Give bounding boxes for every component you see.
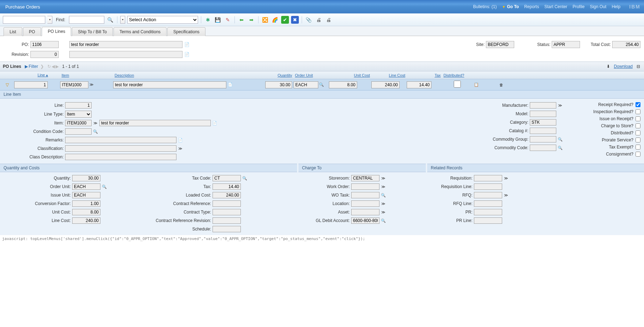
lookup-icon[interactable]: 🔍 xyxy=(102,184,107,189)
maximize-icon[interactable]: ⊟ xyxy=(636,64,641,69)
condition-code-field[interactable] xyxy=(65,128,92,135)
sign-out-link[interactable]: Sign Out xyxy=(590,4,607,9)
long-desc-icon[interactable]: 📄 xyxy=(228,82,233,87)
row-distributed-checkbox[interactable] xyxy=(442,81,472,88)
prev-page-icon[interactable]: ◀ xyxy=(52,64,55,69)
col-tax[interactable]: Tax xyxy=(407,73,442,77)
col-line[interactable]: Line ▴ xyxy=(14,73,50,77)
col-unit-cost[interactable]: Unit Cost xyxy=(329,73,371,77)
total-cost-field[interactable] xyxy=(612,41,640,48)
lookup-icon[interactable]: 🔍 xyxy=(558,145,563,150)
tab-terms[interactable]: Terms and Conditions xyxy=(114,27,167,36)
ct-gl-debit[interactable] xyxy=(351,217,379,224)
quick-search-input[interactable] xyxy=(3,16,45,24)
workflow-icon[interactable]: 🔀 xyxy=(261,16,269,24)
tab-ship-to[interactable]: Ship To / Bill To xyxy=(72,27,113,36)
row-item[interactable] xyxy=(60,81,88,88)
print2-icon[interactable]: 🖨 xyxy=(325,16,332,24)
download-link[interactable]: Download xyxy=(614,64,633,69)
qc-line-cost[interactable] xyxy=(72,217,100,224)
category-field[interactable] xyxy=(530,119,556,125)
reports-link[interactable]: Reports xyxy=(524,4,539,9)
manufacturer-field[interactable] xyxy=(530,102,556,109)
cancel-icon[interactable]: ✖ xyxy=(291,16,299,24)
charge-to-store-checkbox[interactable] xyxy=(636,123,640,128)
commodity-group-field[interactable] xyxy=(530,136,556,142)
qc-quantity[interactable] xyxy=(72,175,100,181)
sla-icon[interactable]: 🌈 xyxy=(271,16,279,24)
delete-row-icon[interactable]: 🗑 xyxy=(499,82,504,87)
col-order-unit[interactable]: Order Unit xyxy=(294,73,329,77)
row-expand-icon[interactable]: ▽ xyxy=(0,82,14,87)
quick-search-dropdown[interactable]: ▾ xyxy=(47,16,52,24)
ct-wo-task[interactable] xyxy=(351,192,379,198)
col-item[interactable]: Item xyxy=(60,73,113,77)
qc-contract-type[interactable] xyxy=(213,209,241,215)
table-row[interactable]: ▽ ≫ 📄 🔍 📋 🗑 xyxy=(0,79,644,90)
ct-work-order[interactable] xyxy=(351,183,379,190)
long-desc-icon[interactable]: 📄 xyxy=(212,121,217,125)
ct-asset[interactable] xyxy=(351,209,379,215)
action-dropdown-toggle[interactable]: ▾ xyxy=(120,16,125,24)
rr-pr-line[interactable] xyxy=(474,217,502,224)
ct-location[interactable] xyxy=(351,200,379,207)
tab-po-lines[interactable]: PO Lines xyxy=(42,27,71,36)
detail-menu-icon[interactable]: ≫ xyxy=(89,82,94,87)
help-link[interactable]: Help xyxy=(612,4,621,9)
detail-menu-icon[interactable]: ≫ xyxy=(558,103,563,108)
receipt-required-checkbox[interactable] xyxy=(636,102,640,107)
classification-field[interactable] xyxy=(65,145,176,152)
revision-comment-field[interactable] xyxy=(69,51,182,58)
profile-link[interactable]: Profile xyxy=(573,4,585,9)
model-field[interactable] xyxy=(530,111,556,117)
lookup-icon[interactable]: 🔍 xyxy=(242,176,247,181)
rr-requisition[interactable] xyxy=(474,175,502,181)
lookup-icon[interactable]: 🔍 xyxy=(381,193,386,198)
catalog-field[interactable] xyxy=(530,128,556,134)
new-record-icon[interactable]: ✱ xyxy=(204,16,212,24)
row-tax[interactable] xyxy=(407,81,431,88)
qc-order-unit[interactable] xyxy=(72,183,100,190)
line-type-select[interactable]: Item xyxy=(65,111,92,118)
search-icon[interactable]: 🔍 xyxy=(106,16,114,24)
lookup-icon[interactable]: 🔍 xyxy=(93,129,98,134)
long-desc-icon[interactable]: 📄 xyxy=(178,138,183,142)
col-line-cost[interactable]: Line Cost xyxy=(371,73,407,77)
approve-icon[interactable]: ✔ xyxy=(281,16,289,24)
item-field[interactable] xyxy=(65,120,92,126)
line-field[interactable] xyxy=(65,102,92,109)
revision-field[interactable] xyxy=(30,51,59,58)
detail-menu-icon[interactable]: ≫ xyxy=(381,201,386,206)
next-page-icon[interactable]: ▶ xyxy=(56,64,59,69)
col-description[interactable]: Description xyxy=(113,73,265,77)
next-record-icon[interactable]: ➡ xyxy=(248,16,255,24)
qc-tax[interactable] xyxy=(213,183,241,190)
remarks-field[interactable] xyxy=(65,137,176,143)
qc-loaded-cost[interactable] xyxy=(213,192,241,198)
row-description[interactable] xyxy=(113,81,226,88)
long-desc-icon[interactable]: 📄 xyxy=(184,42,190,47)
refresh-icon[interactable]: ↻ xyxy=(47,64,51,69)
commodity-code-field[interactable] xyxy=(530,145,556,151)
rr-pr[interactable] xyxy=(474,209,502,215)
tab-po[interactable]: PO xyxy=(23,27,41,36)
tab-specs[interactable]: Specifications xyxy=(167,27,205,36)
detail-menu-icon[interactable]: ≫ xyxy=(504,176,509,181)
long-desc-icon[interactable]: 📄 xyxy=(184,52,190,57)
select-action-dropdown[interactable]: Select Action xyxy=(127,16,198,24)
attachments-icon[interactable]: 📎 xyxy=(305,16,313,24)
detail-menu-icon[interactable]: ≫ xyxy=(504,193,509,198)
po-desc-field[interactable] xyxy=(69,41,182,48)
save-icon[interactable]: 💾 xyxy=(214,16,222,24)
inspection-required-checkbox[interactable] xyxy=(636,109,640,114)
row-quantity[interactable] xyxy=(265,81,292,88)
copy-row-icon[interactable]: 📋 xyxy=(474,82,479,87)
rr-requisition-line[interactable] xyxy=(474,183,502,190)
class-desc-field[interactable] xyxy=(65,154,176,160)
ct-storeroom[interactable] xyxy=(351,175,379,181)
goto-menu[interactable]: ▼Go To xyxy=(502,4,519,9)
row-line[interactable] xyxy=(14,81,48,88)
download-icon[interactable]: ⬇ xyxy=(605,64,611,69)
row-line-cost[interactable] xyxy=(371,81,400,88)
prorate-service-checkbox[interactable] xyxy=(636,138,640,142)
